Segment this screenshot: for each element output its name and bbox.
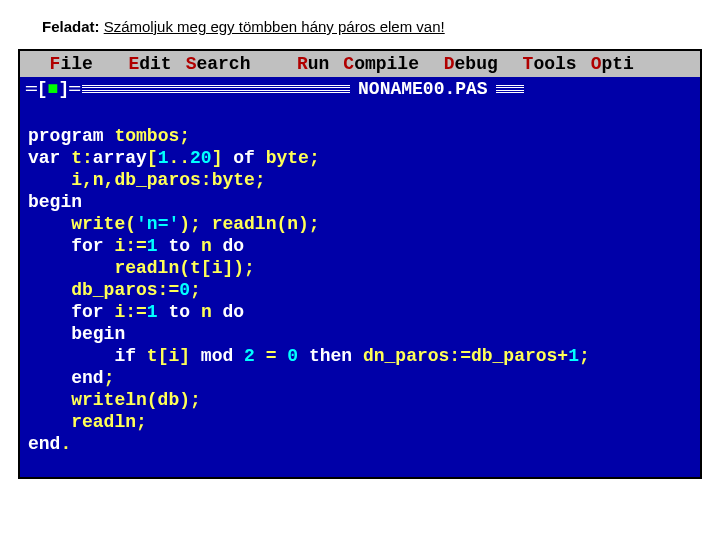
- menu-debug[interactable]: Debug: [433, 54, 512, 74]
- code-line: begin: [28, 324, 125, 344]
- title-divider: [496, 85, 524, 93]
- menu-hotkey: C: [343, 54, 354, 74]
- menu-search[interactable]: Search: [186, 54, 265, 74]
- task-prefix: Feladat:: [42, 18, 100, 35]
- code-line: var t:array[1..20] of byte;: [28, 148, 320, 168]
- code-line: end;: [28, 368, 114, 388]
- menu-hotkey: D: [444, 54, 455, 74]
- window-titlebar: ═[■]═ NONAME00.PAS: [20, 77, 700, 101]
- code-line: if t[i] mod 2 = 0 then dn_paros:=db_paro…: [28, 346, 590, 366]
- code-line: for i:=1 to n do: [28, 302, 244, 322]
- menu-hotkey: T: [523, 54, 534, 74]
- menu-run[interactable]: Run: [264, 54, 343, 74]
- menu-tools[interactable]: Tools: [512, 54, 591, 74]
- close-icon: ■: [48, 79, 59, 99]
- close-control[interactable]: ═[■]═: [26, 79, 80, 99]
- code-editor[interactable]: program tombos; var t:array[1..20] of by…: [20, 101, 700, 463]
- task-text: Számoljuk meg egy tömbben hány páros ele…: [104, 18, 445, 35]
- code-line: db_paros:=0;: [28, 280, 201, 300]
- code-line: program tombos;: [28, 126, 190, 146]
- code-line: write('n='); readln(n);: [28, 214, 320, 234]
- menu-file[interactable]: File: [28, 54, 107, 74]
- menu-hotkey: F: [50, 54, 61, 74]
- menu-hotkey: S: [186, 54, 197, 74]
- menu-hotkey: O: [591, 54, 602, 74]
- menu-bar: File Edit Search Run Compile Debug Tools…: [20, 51, 700, 77]
- menu-edit[interactable]: Edit: [107, 54, 186, 74]
- code-line: writeln(db);: [28, 390, 201, 410]
- task-line: Feladat: Számoljuk meg egy tömbben hány …: [0, 0, 720, 49]
- code-line: i,n,db_paros:byte;: [28, 170, 266, 190]
- menu-options[interactable]: Opti: [591, 54, 648, 74]
- code-line: end.: [28, 434, 71, 454]
- ide-frame: File Edit Search Run Compile Debug Tools…: [18, 49, 702, 479]
- menu-hotkey: E: [128, 54, 139, 74]
- code-line: begin: [28, 192, 82, 212]
- title-divider: [82, 85, 350, 93]
- code-line: for i:=1 to n do: [28, 236, 244, 256]
- code-line: readln;: [28, 412, 147, 432]
- code-line: readln(t[i]);: [28, 258, 255, 278]
- filename-label: NONAME00.PAS: [352, 79, 494, 99]
- menu-hotkey: R: [297, 54, 308, 74]
- menu-compile[interactable]: Compile: [343, 54, 433, 74]
